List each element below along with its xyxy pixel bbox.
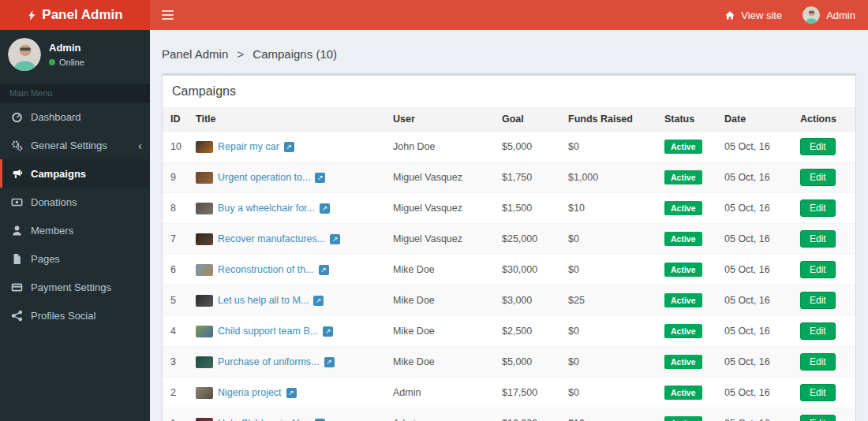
campaign-title-link[interactable]: Let us help all to M...: [218, 295, 309, 306]
navbar-user-label: Admin: [826, 9, 855, 21]
table-row: 2 Nigeria project ↗ Admin $17,500 $0 Act…: [163, 378, 855, 408]
status-badge: Active: [664, 416, 702, 421]
external-link-icon[interactable]: ↗: [313, 296, 324, 306]
column-header-title: Title: [188, 107, 385, 132]
sidebar-menu: Dashboard General Settings ‹ Campaigns D…: [0, 102, 150, 330]
campaign-thumbnail: [196, 356, 213, 368]
sidebar-item-payment-settings[interactable]: Payment Settings: [0, 273, 150, 301]
sidebar-item-campaigns[interactable]: Campaigns: [0, 159, 150, 188]
breadcrumb: Panel Admin > Campaigns (10): [150, 30, 868, 73]
table-row: 5 Let us help all to M... ↗ Mike Doe $3,…: [163, 285, 855, 316]
campaign-thumbnail: [196, 203, 213, 214]
row-user: Admin: [385, 408, 494, 421]
sidebar-item-members[interactable]: Members: [0, 216, 150, 244]
campaign-title-link[interactable]: Purchase of uniforms...: [218, 356, 320, 367]
edit-button[interactable]: Edit: [800, 384, 836, 401]
row-funds: $0: [560, 316, 657, 347]
row-date: 05 Oct, 16: [716, 162, 792, 193]
money-icon: [10, 196, 23, 208]
row-user: Mike Doe: [385, 285, 494, 316]
sidebar-item-label: Payment Settings: [31, 281, 111, 293]
column-header-status: Status: [657, 107, 716, 132]
row-goal: $1,750: [494, 162, 560, 193]
sidebar-user-name: Admin: [49, 42, 84, 54]
edit-button[interactable]: Edit: [800, 353, 836, 371]
external-link-icon[interactable]: ↗: [319, 265, 329, 275]
sidebar-user-status: Online: [49, 58, 84, 67]
campaign-thumbnail: [196, 172, 213, 184]
sidebar-item-profiles-social[interactable]: Profiles Social: [0, 301, 150, 330]
external-link-icon[interactable]: ↗: [320, 203, 330, 214]
external-link-icon[interactable]: ↗: [323, 326, 333, 337]
campaign-title-link[interactable]: Urgent operation to...: [218, 172, 310, 183]
top-navbar: Panel Admin View site Admin: [0, 0, 868, 30]
edit-button[interactable]: Edit: [800, 322, 836, 340]
edit-button[interactable]: Edit: [800, 169, 836, 186]
sidebar-item-pages[interactable]: Pages: [0, 244, 150, 273]
home-icon: [724, 10, 735, 20]
status-badge: Active: [664, 293, 702, 307]
sidebar-item-dashboard[interactable]: Dashboard: [0, 102, 150, 131]
sidebar-item-donations[interactable]: Donations: [0, 188, 150, 216]
edit-button[interactable]: Edit: [800, 199, 836, 217]
sidebar: Admin Online Main Menu Dashboard General…: [0, 30, 150, 421]
campaign-title-link[interactable]: Recover manufactures...: [218, 233, 325, 244]
campaign-title-link[interactable]: Reconstruction of th...: [218, 264, 314, 275]
row-user: Miguel Vasquez: [385, 162, 494, 193]
breadcrumb-root[interactable]: Panel Admin: [162, 47, 228, 61]
campaigns-table-body: 10 Repair my car ↗ John Doe $5,000 $0 Ac…: [163, 132, 855, 421]
navbar-user-menu[interactable]: Admin: [803, 6, 855, 24]
table-header-row: IDTitleUserGoalFunds RaisedStatusDateAct…: [163, 107, 855, 132]
column-header-id: ID: [163, 107, 188, 132]
edit-button[interactable]: Edit: [800, 415, 836, 421]
campaign-title-link[interactable]: Repair my car: [218, 141, 279, 152]
row-date: 05 Oct, 16: [716, 316, 792, 347]
campaign-title-link[interactable]: Nigeria project: [218, 387, 282, 398]
column-header-actions: Actions: [792, 107, 855, 132]
chevron-left-icon: ‹: [138, 140, 142, 151]
breadcrumb-separator: >: [237, 47, 244, 61]
external-link-icon[interactable]: ↗: [324, 357, 335, 367]
campaign-title-link[interactable]: Child support team B...: [218, 326, 318, 337]
row-date: 05 Oct, 16: [716, 347, 792, 378]
row-goal: $17,500: [494, 378, 560, 408]
sidebar-item-general-settings[interactable]: General Settings ‹: [0, 131, 150, 159]
row-id: 9: [163, 162, 188, 193]
external-link-icon[interactable]: ↗: [330, 234, 340, 244]
row-id: 6: [163, 255, 188, 285]
row-date: 05 Oct, 16: [716, 224, 792, 255]
row-id: 10: [163, 132, 188, 162]
campaign-title-link[interactable]: Buy a wheelchair for...: [218, 203, 315, 214]
row-user: Miguel Vasquez: [385, 193, 494, 224]
campaign-thumbnail: [196, 326, 213, 337]
sidebar-item-label: Members: [31, 225, 73, 237]
external-link-icon[interactable]: ↗: [315, 419, 325, 421]
row-funds: $10: [560, 193, 657, 224]
campaign-thumbnail: [196, 233, 213, 245]
sidebar-item-label: Campaigns: [31, 168, 86, 180]
row-user: Miguel Vasquez: [385, 224, 494, 255]
edit-button[interactable]: Edit: [800, 292, 836, 309]
row-date: 05 Oct, 16: [716, 285, 792, 316]
sidebar-toggle-button[interactable]: [150, 0, 185, 30]
campaign-title-link[interactable]: Help Children in Afr...: [218, 418, 310, 421]
edit-button[interactable]: Edit: [800, 261, 836, 278]
row-funds: $10: [560, 408, 657, 421]
status-badge: Active: [664, 263, 702, 277]
external-link-icon[interactable]: ↗: [315, 173, 325, 183]
edit-button[interactable]: Edit: [800, 138, 836, 155]
campaign-thumbnail: [196, 418, 213, 421]
edit-button[interactable]: Edit: [800, 230, 836, 248]
table-row: 10 Repair my car ↗ John Doe $5,000 $0 Ac…: [163, 132, 855, 162]
box-title: Campaigns: [163, 76, 855, 107]
row-funds: $0: [560, 378, 657, 408]
row-id: 5: [163, 285, 188, 316]
row-goal: $5,000: [494, 132, 560, 162]
view-site-link[interactable]: View site: [724, 9, 782, 21]
status-badge: Active: [664, 232, 702, 246]
row-id: 2: [163, 378, 188, 408]
external-link-icon[interactable]: ↗: [286, 388, 297, 398]
external-link-icon[interactable]: ↗: [284, 142, 294, 152]
brand-logo[interactable]: Panel Admin: [0, 0, 150, 30]
row-user: Mike Doe: [385, 347, 494, 378]
